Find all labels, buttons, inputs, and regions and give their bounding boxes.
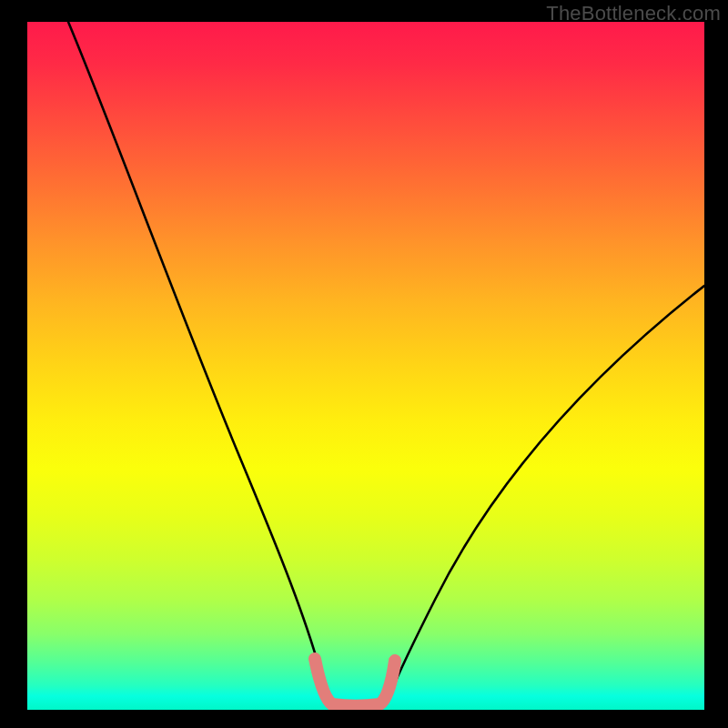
right-curve bbox=[387, 286, 704, 703]
watermark-text: TheBottleneck.com bbox=[546, 2, 721, 25]
chart-frame: TheBottleneck.com bbox=[0, 0, 728, 728]
valley-accent bbox=[315, 659, 395, 706]
plot-area bbox=[27, 22, 704, 710]
curves-layer bbox=[27, 22, 704, 710]
left-curve bbox=[68, 22, 330, 703]
